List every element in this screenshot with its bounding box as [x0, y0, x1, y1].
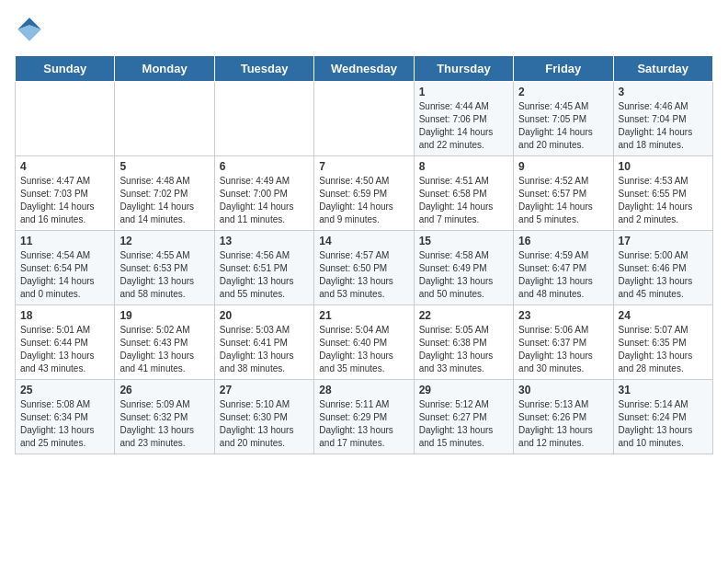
- calendar-cell: 26Sunrise: 5:09 AM Sunset: 6:32 PM Dayli…: [115, 380, 214, 454]
- calendar-cell: 9Sunrise: 4:52 AM Sunset: 6:57 PM Daylig…: [514, 156, 613, 231]
- day-number: 5: [119, 160, 209, 173]
- day-info: Sunrise: 5:03 AM Sunset: 6:41 PM Dayligh…: [220, 324, 309, 375]
- day-number: 18: [20, 309, 109, 322]
- day-info: Sunrise: 5:06 AM Sunset: 6:37 PM Dayligh…: [518, 324, 608, 375]
- day-number: 13: [220, 235, 309, 247]
- day-info: Sunrise: 5:07 AM Sunset: 6:35 PM Dayligh…: [619, 324, 708, 375]
- day-number: 22: [419, 309, 508, 322]
- day-number: 27: [220, 384, 309, 396]
- day-number: 20: [220, 309, 309, 322]
- day-number: 2: [518, 86, 608, 98]
- calendar-cell: [16, 82, 115, 156]
- day-info: Sunrise: 4:52 AM Sunset: 6:57 PM Dayligh…: [518, 175, 608, 226]
- calendar-cell: 19Sunrise: 5:02 AM Sunset: 6:43 PM Dayli…: [115, 305, 214, 380]
- day-info: Sunrise: 4:46 AM Sunset: 7:04 PM Dayligh…: [619, 100, 708, 152]
- day-number: 10: [619, 160, 708, 173]
- calendar-cell: 2Sunrise: 4:45 AM Sunset: 7:05 PM Daylig…: [514, 82, 613, 156]
- dow-header-monday: Monday: [115, 56, 214, 82]
- day-info: Sunrise: 5:05 AM Sunset: 6:38 PM Dayligh…: [419, 324, 508, 375]
- day-number: 4: [20, 160, 109, 173]
- day-number: 1: [419, 86, 508, 98]
- day-number: 15: [419, 235, 508, 247]
- day-info: Sunrise: 5:11 AM Sunset: 6:29 PM Dayligh…: [319, 398, 408, 450]
- day-number: 9: [518, 160, 608, 173]
- logo: [15, 15, 48, 44]
- calendar-cell: 15Sunrise: 4:58 AM Sunset: 6:49 PM Dayli…: [414, 231, 513, 305]
- calendar-week-4: 18Sunrise: 5:01 AM Sunset: 6:44 PM Dayli…: [16, 305, 713, 380]
- day-info: Sunrise: 4:47 AM Sunset: 7:03 PM Dayligh…: [20, 175, 109, 226]
- day-info: Sunrise: 4:57 AM Sunset: 6:50 PM Dayligh…: [319, 249, 408, 301]
- calendar-cell: [314, 82, 414, 156]
- dow-header-friday: Friday: [514, 56, 613, 82]
- calendar-cell: 3Sunrise: 4:46 AM Sunset: 7:04 PM Daylig…: [613, 82, 712, 156]
- calendar-cell: 7Sunrise: 4:50 AM Sunset: 6:59 PM Daylig…: [314, 156, 414, 231]
- day-info: Sunrise: 5:10 AM Sunset: 6:30 PM Dayligh…: [220, 398, 309, 450]
- day-number: 7: [319, 160, 408, 173]
- calendar-cell: 30Sunrise: 5:13 AM Sunset: 6:26 PM Dayli…: [514, 380, 613, 454]
- dow-header-thursday: Thursday: [414, 56, 513, 82]
- day-number: 12: [119, 235, 209, 247]
- calendar-cell: 28Sunrise: 5:11 AM Sunset: 6:29 PM Dayli…: [314, 380, 414, 454]
- day-number: 3: [619, 86, 708, 98]
- calendar-cell: 1Sunrise: 4:44 AM Sunset: 7:06 PM Daylig…: [414, 82, 513, 156]
- day-info: Sunrise: 5:00 AM Sunset: 6:46 PM Dayligh…: [619, 249, 708, 301]
- day-info: Sunrise: 5:04 AM Sunset: 6:40 PM Dayligh…: [319, 324, 408, 375]
- calendar-cell: 14Sunrise: 4:57 AM Sunset: 6:50 PM Dayli…: [314, 231, 414, 305]
- day-of-week-row: SundayMondayTuesdayWednesdayThursdayFrid…: [16, 56, 713, 82]
- calendar-body: 1Sunrise: 4:44 AM Sunset: 7:06 PM Daylig…: [16, 82, 713, 454]
- calendar-cell: 16Sunrise: 4:59 AM Sunset: 6:47 PM Dayli…: [514, 231, 613, 305]
- calendar-cell: 20Sunrise: 5:03 AM Sunset: 6:41 PM Dayli…: [214, 305, 313, 380]
- day-info: Sunrise: 5:08 AM Sunset: 6:34 PM Dayligh…: [20, 398, 109, 450]
- day-number: 31: [619, 384, 708, 396]
- day-number: 25: [20, 384, 109, 396]
- day-number: 29: [419, 384, 508, 396]
- day-info: Sunrise: 5:01 AM Sunset: 6:44 PM Dayligh…: [20, 324, 109, 375]
- day-info: Sunrise: 5:12 AM Sunset: 6:27 PM Dayligh…: [419, 398, 508, 450]
- day-info: Sunrise: 5:02 AM Sunset: 6:43 PM Dayligh…: [119, 324, 209, 375]
- dow-header-saturday: Saturday: [613, 56, 712, 82]
- day-number: 28: [319, 384, 408, 396]
- calendar-cell: 10Sunrise: 4:53 AM Sunset: 6:55 PM Dayli…: [613, 156, 712, 231]
- calendar-cell: 4Sunrise: 4:47 AM Sunset: 7:03 PM Daylig…: [16, 156, 115, 231]
- calendar-cell: 17Sunrise: 5:00 AM Sunset: 6:46 PM Dayli…: [613, 231, 712, 305]
- day-number: 24: [619, 309, 708, 322]
- day-number: 21: [319, 309, 408, 322]
- day-info: Sunrise: 4:51 AM Sunset: 6:58 PM Dayligh…: [419, 175, 508, 226]
- calendar-cell: 24Sunrise: 5:07 AM Sunset: 6:35 PM Dayli…: [613, 305, 712, 380]
- day-info: Sunrise: 5:14 AM Sunset: 6:24 PM Dayligh…: [619, 398, 708, 450]
- day-info: Sunrise: 4:56 AM Sunset: 6:51 PM Dayligh…: [220, 249, 309, 301]
- page-header: [15, 15, 713, 44]
- calendar-cell: 11Sunrise: 4:54 AM Sunset: 6:54 PM Dayli…: [16, 231, 115, 305]
- day-info: Sunrise: 4:50 AM Sunset: 6:59 PM Dayligh…: [319, 175, 408, 226]
- day-number: 23: [518, 309, 608, 322]
- calendar-cell: 18Sunrise: 5:01 AM Sunset: 6:44 PM Dayli…: [16, 305, 115, 380]
- day-info: Sunrise: 4:45 AM Sunset: 7:05 PM Dayligh…: [518, 100, 608, 152]
- day-info: Sunrise: 5:09 AM Sunset: 6:32 PM Dayligh…: [119, 398, 209, 450]
- calendar-cell: 13Sunrise: 4:56 AM Sunset: 6:51 PM Dayli…: [214, 231, 313, 305]
- calendar-cell: 5Sunrise: 4:48 AM Sunset: 7:02 PM Daylig…: [115, 156, 214, 231]
- calendar-cell: 27Sunrise: 5:10 AM Sunset: 6:30 PM Dayli…: [214, 380, 313, 454]
- day-info: Sunrise: 5:13 AM Sunset: 6:26 PM Dayligh…: [518, 398, 608, 450]
- calendar-cell: [214, 82, 313, 156]
- calendar-week-3: 11Sunrise: 4:54 AM Sunset: 6:54 PM Dayli…: [16, 231, 713, 305]
- calendar-cell: 22Sunrise: 5:05 AM Sunset: 6:38 PM Dayli…: [414, 305, 513, 380]
- calendar-cell: 6Sunrise: 4:49 AM Sunset: 7:00 PM Daylig…: [214, 156, 313, 231]
- day-number: 30: [518, 384, 608, 396]
- calendar-table: SundayMondayTuesdayWednesdayThursdayFrid…: [15, 55, 713, 454]
- day-number: 8: [419, 160, 508, 173]
- day-number: 11: [20, 235, 109, 247]
- day-number: 14: [319, 235, 408, 247]
- dow-header-sunday: Sunday: [16, 56, 115, 82]
- day-info: Sunrise: 4:44 AM Sunset: 7:06 PM Dayligh…: [419, 100, 508, 152]
- calendar-week-5: 25Sunrise: 5:08 AM Sunset: 6:34 PM Dayli…: [16, 380, 713, 454]
- calendar-week-1: 1Sunrise: 4:44 AM Sunset: 7:06 PM Daylig…: [16, 82, 713, 156]
- calendar-cell: 23Sunrise: 5:06 AM Sunset: 6:37 PM Dayli…: [514, 305, 613, 380]
- calendar-cell: 12Sunrise: 4:55 AM Sunset: 6:53 PM Dayli…: [115, 231, 214, 305]
- day-number: 6: [220, 160, 309, 173]
- day-info: Sunrise: 4:59 AM Sunset: 6:47 PM Dayligh…: [518, 249, 608, 301]
- day-number: 17: [619, 235, 708, 247]
- day-info: Sunrise: 4:48 AM Sunset: 7:02 PM Dayligh…: [119, 175, 209, 226]
- day-info: Sunrise: 4:55 AM Sunset: 6:53 PM Dayligh…: [119, 249, 209, 301]
- day-number: 19: [119, 309, 209, 322]
- day-info: Sunrise: 4:49 AM Sunset: 7:00 PM Dayligh…: [220, 175, 309, 226]
